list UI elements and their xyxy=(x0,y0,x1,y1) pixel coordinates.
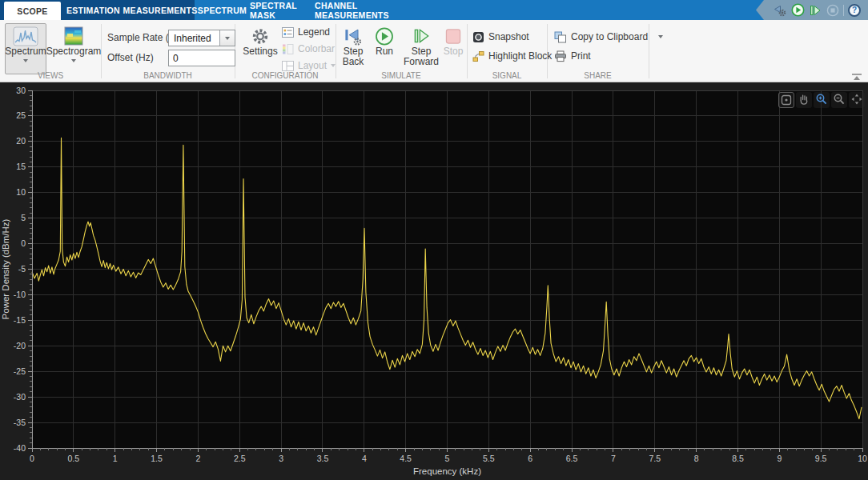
step-back-icon xyxy=(344,26,363,46)
svg-text:10: 10 xyxy=(858,454,867,463)
collapse-ribbon-icon xyxy=(851,73,862,81)
svg-text:15: 15 xyxy=(16,162,26,171)
help-icon: ? xyxy=(848,4,861,17)
tab-estimation[interactable]: ESTIMATION xyxy=(61,0,126,20)
svg-text:30: 30 xyxy=(16,86,26,95)
spectrogram-view-button[interactable]: Spectrogram xyxy=(50,23,98,74)
svg-text:4.5: 4.5 xyxy=(400,454,412,463)
configuration-section-label: CONFIGURATION xyxy=(235,71,336,80)
svg-text:-5: -5 xyxy=(18,264,26,274)
step-forward-icon xyxy=(809,4,822,17)
run-quick-button[interactable] xyxy=(790,3,805,18)
simulation-settings-button[interactable] xyxy=(773,3,787,18)
pan-hand-icon xyxy=(798,93,810,106)
sample-rate-value: Inherited xyxy=(169,30,219,46)
tab-measurements-label: MEASUREMENTS xyxy=(123,6,198,15)
run-icon xyxy=(375,26,394,46)
tab-estimation-label: ESTIMATION xyxy=(66,6,120,15)
run-button[interactable]: Run xyxy=(369,23,400,74)
svg-text:1.5: 1.5 xyxy=(151,454,163,463)
help-glyph: ? xyxy=(852,6,857,14)
tab-measurements[interactable]: MEASUREMENTS xyxy=(126,0,195,20)
step-back-button[interactable]: Step Back xyxy=(337,23,369,74)
tab-spectral-mask[interactable]: SPECTRAL MASK xyxy=(250,0,315,20)
share-section-label: SHARE xyxy=(547,71,649,80)
gear-icon xyxy=(251,26,269,46)
offset-label: Offset (Hz) xyxy=(107,52,154,63)
spectrum-view-button[interactable]: Spectrum xyxy=(5,23,46,74)
copy-to-clipboard-button[interactable]: Copy to Clipboard xyxy=(554,30,663,44)
svg-text:7.5: 7.5 xyxy=(649,454,661,463)
svg-text:8.5: 8.5 xyxy=(732,454,744,463)
svg-text:5.5: 5.5 xyxy=(483,454,495,463)
print-label: Print xyxy=(571,50,591,62)
svg-text:5: 5 xyxy=(21,213,26,222)
run-label: Run xyxy=(376,46,393,57)
svg-text:-30: -30 xyxy=(14,392,26,402)
svg-text:-40: -40 xyxy=(14,443,26,453)
tab-spectrum[interactable]: SPECTRUM xyxy=(195,0,250,20)
svg-text:6: 6 xyxy=(528,454,532,463)
snapshot-button[interactable]: Snapshot xyxy=(472,30,529,44)
highlight-block-icon xyxy=(472,50,484,62)
svg-text:-20: -20 xyxy=(14,341,26,350)
highlight-block-button[interactable]: Highlight Block xyxy=(472,49,552,63)
legend-button[interactable]: Legend xyxy=(282,25,330,39)
spectrogram-view-icon xyxy=(63,26,84,46)
svg-text:-35: -35 xyxy=(14,418,26,427)
stop-button[interactable]: Stop xyxy=(441,23,465,74)
tab-channel-measurements[interactable]: CHANNEL MEASUREMENTS xyxy=(315,0,397,20)
colorbar-icon xyxy=(282,44,294,54)
svg-text:8: 8 xyxy=(694,454,699,463)
snapshot-label: Snapshot xyxy=(488,31,529,42)
zoom-in-button[interactable] xyxy=(814,92,830,108)
svg-text:9.5: 9.5 xyxy=(815,454,827,463)
settings-button[interactable]: Settings xyxy=(241,23,279,74)
sample-rate-dropdown-button[interactable] xyxy=(219,30,235,46)
svg-text:0: 0 xyxy=(21,238,26,248)
tab-spectral-mask-label: SPECTRAL MASK xyxy=(250,1,315,20)
spectrogram-view-label: Spectrogram xyxy=(46,46,102,57)
section-divider xyxy=(467,24,468,78)
tab-scope-label: SCOPE xyxy=(17,6,47,16)
svg-text:25: 25 xyxy=(16,110,26,120)
svg-text:1: 1 xyxy=(113,454,118,463)
zoom-out-icon xyxy=(833,93,846,106)
copy-to-clipboard-label: Copy to Clipboard xyxy=(571,31,648,42)
stop-quick-button[interactable] xyxy=(826,3,840,18)
tab-spectrum-label: SPECTRUM xyxy=(198,6,247,15)
spectrum-view-icon xyxy=(13,26,38,46)
svg-text:Power Density (dBm/Hz): Power Density (dBm/Hz) xyxy=(1,218,10,319)
svg-text:0: 0 xyxy=(30,454,34,463)
svg-text:-10: -10 xyxy=(14,290,26,299)
restore-view-button[interactable] xyxy=(778,92,794,108)
restore-view-icon xyxy=(780,94,793,106)
svg-text:0.5: 0.5 xyxy=(68,454,80,463)
step-back-label: Step Back xyxy=(340,46,367,67)
spectrum-analyzer-window: SCOPE ESTIMATION MEASUREMENTS SPECTRUM S… xyxy=(0,0,868,480)
collapse-ribbon-button[interactable] xyxy=(850,71,863,81)
svg-text:3: 3 xyxy=(279,454,283,463)
print-button[interactable]: Print xyxy=(554,49,591,63)
step-forward-label: Step Forward xyxy=(404,46,439,67)
zoom-out-button[interactable] xyxy=(831,92,847,108)
svg-text:-25: -25 xyxy=(14,366,26,376)
copy-caret-icon xyxy=(658,35,663,38)
fit-to-view-button[interactable] xyxy=(849,92,865,108)
svg-text:20: 20 xyxy=(16,136,26,146)
pan-button[interactable] xyxy=(796,92,812,108)
colorbar-button[interactable]: Colorbar xyxy=(282,42,335,56)
settings-label: Settings xyxy=(243,46,277,57)
sample-rate-combobox[interactable]: Inherited xyxy=(168,30,235,46)
section-divider xyxy=(336,24,336,78)
layout-label: Layout xyxy=(298,60,327,71)
tab-scope[interactable]: SCOPE xyxy=(4,2,61,20)
step-forward-button[interactable]: Step Forward xyxy=(401,23,441,74)
svg-text:Frequency (kHz): Frequency (kHz) xyxy=(413,466,481,476)
snapshot-icon xyxy=(472,31,484,43)
step-forward-quick-button[interactable] xyxy=(808,3,822,18)
simulate-section-label: SIMULATE xyxy=(336,71,467,80)
help-button[interactable]: ? xyxy=(847,3,862,18)
offset-input[interactable] xyxy=(168,50,235,66)
layout-caret-icon xyxy=(331,64,336,67)
